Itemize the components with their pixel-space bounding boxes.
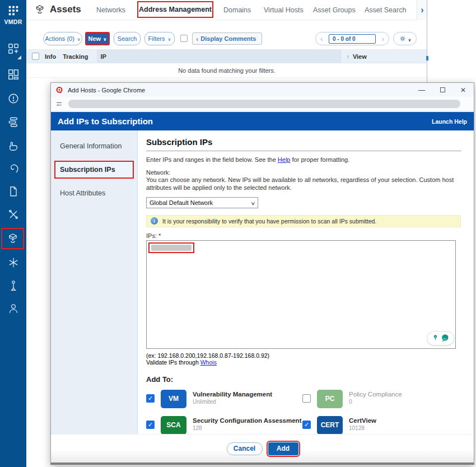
launch-help-link[interactable]: Launch Help <box>432 118 467 125</box>
history-clock-icon[interactable] <box>7 92 20 105</box>
settings-gear-dropdown[interactable] <box>393 32 417 45</box>
snowflake-icon[interactable] <box>7 256 20 269</box>
module-sca: ✓ SCA Security Configuration Assessment1… <box>146 416 302 435</box>
tune-sliders-icon[interactable] <box>55 100 63 108</box>
display-comments-button[interactable]: Display Comments <box>192 32 262 45</box>
add-button[interactable]: Add <box>268 442 298 455</box>
ips-textarea[interactable] <box>146 240 456 349</box>
dialog-body: General Information Subscription IPs Hos… <box>51 130 474 434</box>
tools-icon[interactable] <box>7 208 20 221</box>
scrollbar-marker <box>426 56 428 60</box>
dashboard-add-icon[interactable] <box>7 43 20 55</box>
tab-asset-search[interactable]: Asset Search <box>365 6 406 14</box>
ip-format-example: (ex: 192.168.0.200,192.168.0.87-192.168.… <box>146 352 461 359</box>
maximize-button[interactable] <box>440 87 445 92</box>
actions-dropdown[interactable]: Actions (0) <box>43 32 82 45</box>
tab-networks[interactable]: Networks <box>96 6 125 14</box>
network-plant-icon[interactable] <box>7 279 20 292</box>
validate-line: Validate IPs through Whois <box>146 359 461 366</box>
add-hosts-popup-window: Add Hosts - Google Chrome — ✕ Add IPs to… <box>50 82 474 465</box>
sca-checkbox[interactable]: ✓ <box>146 421 155 429</box>
expand-triangle-icon <box>17 55 21 59</box>
ip-value-redacted <box>151 245 192 251</box>
network-select[interactable]: Global Default Network <box>146 197 258 208</box>
help-link[interactable]: Help <box>278 156 291 163</box>
hand-pointer-icon[interactable] <box>7 139 20 152</box>
ips-label: IPs: * <box>146 232 461 239</box>
tab-virtual-hosts[interactable]: Virtual Hosts <box>264 6 304 14</box>
feedback-widget[interactable] <box>427 331 454 345</box>
sort-ascending-icon[interactable]: ↑ <box>346 53 349 60</box>
product-label: VMDR <box>0 18 26 25</box>
info-icon: i <box>151 217 158 225</box>
cert-badge: CERT <box>317 416 343 435</box>
dialog-header: Add IPs to Subscription Launch Help <box>51 112 474 130</box>
ip-value-annotation-box <box>148 242 194 253</box>
assets-box-icon[interactable] <box>7 232 19 245</box>
pagination: ‹ 0 - 0 of 0 › <box>315 32 389 45</box>
vm-checkbox[interactable]: ✓ <box>146 394 155 403</box>
chevron-down-icon <box>408 34 412 44</box>
toolbar: Actions (0) New Search Filters Display C… <box>26 29 427 48</box>
popup-title-bar: Add Hosts - Google Chrome — ✕ <box>51 83 474 97</box>
dashboards-icon[interactable] <box>7 68 20 81</box>
network-description: You can choose any network. New IPs will… <box>146 176 470 192</box>
chevron-down-icon <box>168 35 171 42</box>
column-tracking[interactable]: Tracking <box>63 53 88 60</box>
tab-asset-groups[interactable]: Asset Groups <box>313 6 356 14</box>
cert-checkbox[interactable]: ✓ <box>302 421 311 429</box>
new-button[interactable]: New <box>85 32 110 45</box>
chat-bubble-icon <box>440 333 450 343</box>
user-icon[interactable] <box>7 302 20 315</box>
next-page-icon[interactable]: › <box>382 35 384 43</box>
column-info[interactable]: Info <box>45 53 56 60</box>
minimize-button[interactable]: — <box>418 87 425 94</box>
column-view[interactable]: View <box>353 53 367 60</box>
cancel-button[interactable]: Cancel <box>227 442 263 455</box>
nav-general-information[interactable]: General Information <box>55 138 133 154</box>
more-tabs-chevron-icon[interactable] <box>417 0 427 20</box>
filters-dropdown[interactable]: Filters <box>144 32 175 45</box>
url-redacted <box>68 100 460 108</box>
table-header: Info Tracking IP ↑ View <box>26 49 427 63</box>
nav-subscription-ips[interactable]: Subscription IPs <box>55 162 133 178</box>
threat-spiral-icon[interactable] <box>7 162 20 175</box>
dialog-footer: Cancel Add <box>51 434 474 463</box>
assets-title-icon <box>34 4 45 15</box>
pagination-count: 0 - 0 of 0 <box>329 34 376 44</box>
dialog-nav: General Information Subscription IPs Hos… <box>51 130 138 434</box>
module-cert: ✓ CERT CertView10128 <box>302 416 461 435</box>
assets-icon-annotation-box <box>1 228 24 249</box>
pc-badge: PC <box>317 390 343 408</box>
module-name: Security Configuration Assessment <box>193 416 301 425</box>
tab-domains[interactable]: Domains <box>223 6 251 14</box>
scan-list-icon[interactable] <box>7 116 20 128</box>
window-edge <box>427 0 427 83</box>
document-icon[interactable] <box>7 185 20 198</box>
module-vm: ✓ VM Vulnerability ManagementUnlimited <box>146 390 302 408</box>
nav-host-attributes[interactable]: Host Attributes <box>55 185 133 201</box>
whois-link[interactable]: Whois <box>200 359 217 366</box>
column-ip[interactable]: IP <box>97 49 342 63</box>
empty-table-message: No data found matching your filters. <box>26 63 427 78</box>
browser-url-bar <box>51 97 474 111</box>
modules-grid: ✓ VM Vulnerability ManagementUnlimited P… <box>146 390 461 435</box>
app-header: Assets Networks Address Management Domai… <box>26 0 427 20</box>
module-name: Vulnerability Management <box>193 390 272 399</box>
product-sidebar: VMDR <box>0 0 26 467</box>
search-button[interactable]: Search <box>114 32 141 45</box>
gear-icon <box>399 35 407 43</box>
display-comments-checkbox[interactable] <box>180 35 188 42</box>
add-to-label: Add To: <box>146 375 461 384</box>
chevron-down-icon <box>77 35 81 42</box>
pc-checkbox[interactable] <box>302 394 311 403</box>
sca-badge: SCA <box>161 416 186 435</box>
module-count: 0 <box>349 399 402 405</box>
prev-page-icon[interactable]: ‹ <box>320 35 323 43</box>
select-all-checkbox[interactable] <box>32 53 39 60</box>
close-button[interactable]: ✕ <box>460 87 466 94</box>
qualys-logo-icon <box>55 86 63 94</box>
apps-grid-icon[interactable] <box>7 4 20 17</box>
tab-address-management[interactable]: Address Management <box>137 1 213 18</box>
dialog-title: Add IPs to Subscription <box>58 116 153 126</box>
